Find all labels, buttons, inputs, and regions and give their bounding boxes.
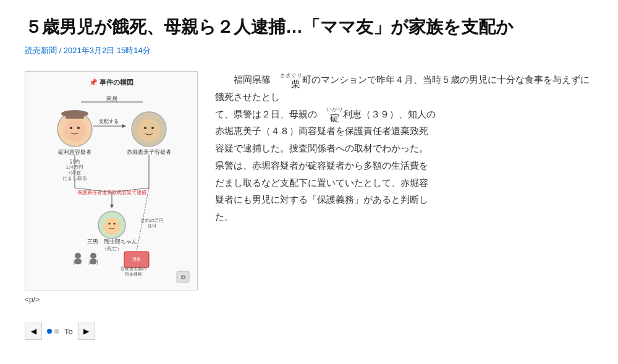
svg-text:送付: 送付 — [148, 224, 156, 228]
svg-point-6 — [70, 127, 72, 129]
diagram-svg: 同居 碇利恵容疑者 支配する — [32, 92, 192, 284]
article-title: ５歳男児が餓死、母親ら２人逮捕…「ママ友」が家族を支配か — [25, 15, 593, 39]
svg-point-14 — [151, 127, 154, 129]
svg-text:赤堀恵美子容疑者: 赤堀恵美子容疑者 — [127, 149, 171, 155]
svg-text:計約25万円: 計約25万円 — [141, 218, 163, 222]
article-time: 15時14分 — [117, 46, 151, 55]
svg-text:支配する: 支配する — [99, 119, 119, 124]
article-meta: 読売新聞 / 2021年3月2日 15時14分 — [25, 45, 593, 56]
svg-text:（死亡）: （死亡） — [102, 246, 122, 252]
bottom-nav: ◀ To ▶ — [25, 323, 593, 340]
ruby-ikari: いかり碇 — [317, 107, 343, 122]
svg-point-12 — [138, 119, 160, 142]
svg-rect-35 — [75, 259, 81, 264]
article-paragraph: 福岡県篠ささぐり 栗町のマンションで昨年４月、当時５歳の男児に十分な食事を与えず… — [215, 71, 593, 226]
svg-text:⧉: ⧉ — [181, 274, 185, 281]
page-dot-2 — [54, 329, 59, 334]
article-date: 2021年3月2日 — [64, 46, 114, 55]
svg-point-5 — [64, 119, 86, 142]
article-body: 事件の構図 同居 碇利恵容疑者 — [25, 71, 593, 304]
prev-button[interactable]: ◀ — [25, 323, 42, 340]
svg-point-13 — [144, 127, 146, 129]
svg-point-28 — [109, 223, 111, 225]
page-dot-1 — [47, 329, 52, 334]
page-indicator — [47, 329, 59, 334]
svg-text:同居: 同居 — [106, 96, 117, 102]
svg-rect-4 — [66, 114, 84, 119]
article-separator: / — [59, 46, 64, 55]
svg-text:三男　翔士郎ちゃん: 三男 翔士郎ちゃん — [87, 239, 137, 245]
svg-text:通帳: 通帳 — [132, 257, 141, 261]
svg-text:碇利恵容疑者: 碇利恵容疑者 — [57, 149, 91, 155]
svg-point-29 — [114, 223, 116, 225]
svg-point-34 — [75, 253, 81, 259]
svg-text:容疑者名義の: 容疑者名義の — [121, 266, 146, 271]
ruby-sasaguri: ささぐり 栗 — [271, 73, 302, 88]
svg-point-27 — [103, 218, 121, 235]
diagram-title: 事件の構図 — [32, 78, 191, 87]
next-button[interactable]: ▶ — [78, 323, 95, 340]
article-source: 読売新聞 — [25, 46, 57, 55]
article-text: 福岡県篠ささぐり 栗町のマンションで昨年４月、当時５歳の男児に十分な食事を与えず… — [215, 71, 593, 226]
svg-text:預金通帳: 預金通帳 — [125, 272, 142, 277]
page-label: To — [64, 327, 73, 336]
diagram-box: 事件の構図 同居 碇利恵容疑者 — [25, 71, 198, 290]
svg-point-36 — [90, 253, 96, 259]
article-figure: 事件の構図 同居 碇利恵容疑者 — [25, 71, 198, 304]
svg-point-7 — [77, 127, 80, 129]
figure-caption: <p/> — [25, 295, 198, 304]
svg-rect-37 — [90, 259, 96, 264]
